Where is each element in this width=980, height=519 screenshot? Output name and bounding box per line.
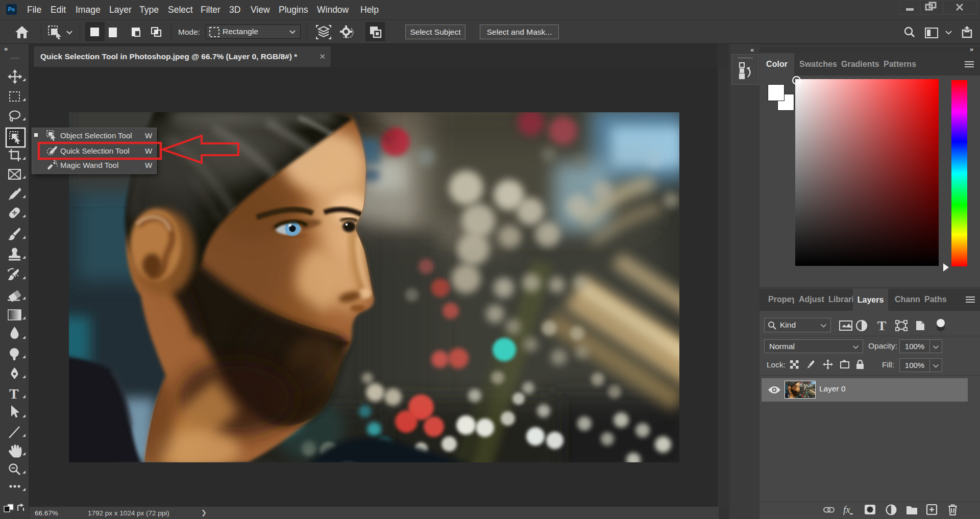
svg-text:T: T bbox=[9, 386, 19, 402]
svg-text:T: T bbox=[877, 319, 886, 332]
svg-text:»: » bbox=[4, 45, 8, 53]
svg-text:fx: fx bbox=[843, 504, 850, 515]
